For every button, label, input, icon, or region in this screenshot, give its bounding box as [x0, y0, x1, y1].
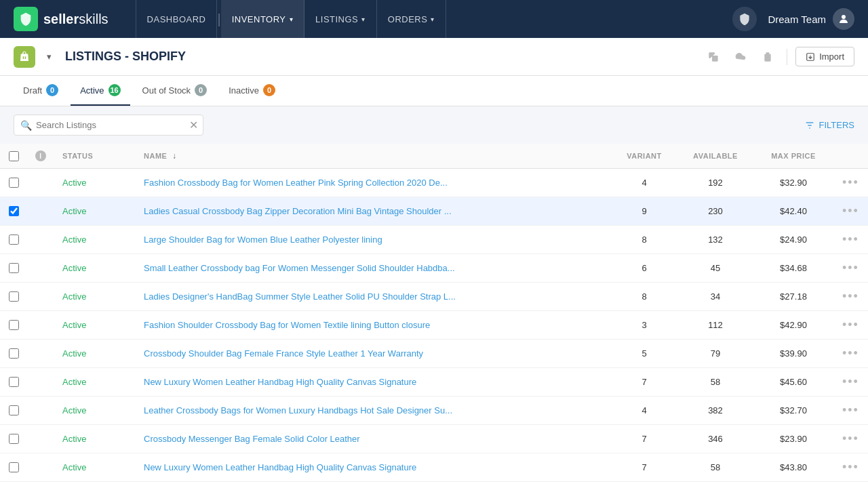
tab-out-of-stock[interactable]: Out of Stock 0 [133, 76, 217, 106]
product-link-5[interactable]: Fashion Shoulder Crossbody Bag for Women… [144, 320, 430, 330]
tab-active[interactable]: Active 16 [71, 76, 130, 106]
logo[interactable]: sellerskills [14, 7, 108, 31]
toolbar-actions: Import [703, 46, 854, 68]
nav-listings[interactable]: LISTINGS ▾ [304, 0, 377, 38]
import-button[interactable]: Import [795, 47, 854, 66]
nav-dashboard[interactable]: DASHBOARD [136, 0, 218, 38]
cell-variant-9: 7 [610, 425, 678, 453]
tab-out-of-stock-label: Out of Stock [142, 85, 191, 96]
row-menu-5[interactable]: ••• [842, 318, 859, 331]
row-checkbox-6[interactable] [9, 348, 19, 359]
row-checkbox-1[interactable] [9, 206, 19, 216]
product-link-4[interactable]: Ladies Designer's HandBag Summer Style L… [144, 291, 456, 302]
status-badge-1: Active [62, 206, 86, 216]
upload-button[interactable] [730, 46, 751, 68]
product-link-1[interactable]: Ladies Casual Crossbody Bag Zipper Decor… [144, 206, 452, 216]
cell-status-6: Active [54, 340, 136, 368]
cell-check-6 [0, 340, 27, 368]
inventory-caret: ▾ [290, 16, 294, 23]
cell-actions-9: ••• [834, 425, 868, 453]
cell-actions-11: ••• [834, 482, 868, 489]
status-badge-3: Active [62, 263, 86, 273]
cell-status-5: Active [54, 311, 136, 340]
product-link-8[interactable]: Leather Crossbody Bags for Women Luxury … [144, 405, 452, 415]
status-badge-9: Active [62, 434, 86, 444]
row-checkbox-4[interactable] [9, 291, 19, 302]
select-all-checkbox[interactable] [9, 151, 19, 161]
toolbar-dropdown-arrow[interactable]: ▾ [41, 49, 57, 65]
cell-status-0: Active [54, 169, 136, 197]
cell-check-0 [0, 169, 27, 197]
cell-actions-1: ••• [834, 197, 868, 226]
cell-available-3: 45 [678, 254, 753, 283]
row-menu-4[interactable]: ••• [842, 289, 859, 303]
row-checkbox-7[interactable] [9, 377, 19, 387]
search-clear-icon[interactable]: ✕ [189, 120, 198, 131]
cell-variant-4: 8 [610, 283, 678, 311]
product-link-6[interactable]: Crossbody Shoulder Bag Female France Sty… [144, 348, 423, 359]
navbar-icon-btn[interactable] [732, 7, 757, 31]
row-menu-3[interactable]: ••• [842, 261, 859, 274]
cell-name-3: Small Leather Crossbody bag For Women Me… [136, 254, 610, 283]
row-menu-8[interactable]: ••• [842, 403, 859, 417]
row-menu-9[interactable]: ••• [842, 432, 859, 445]
row-menu-1[interactable]: ••• [842, 204, 859, 218]
tab-inactive[interactable]: Inactive 0 [219, 76, 285, 106]
cell-name-9: Crossbody Messenger Bag Female Solid Col… [136, 425, 610, 453]
nav-orders[interactable]: ORDERS ▾ [377, 0, 446, 38]
row-checkbox-3[interactable] [9, 263, 19, 273]
cell-check-4 [0, 283, 27, 311]
cell-price-3: $34.68 [753, 254, 834, 283]
nav-inventory[interactable]: INVENTORY ▾ [221, 0, 304, 38]
col-header-info: i [27, 144, 54, 169]
table-header-row: i STATUS NAME ↓ VARIANT AVAILABLE MAX PR… [0, 144, 868, 169]
user-info[interactable]: Dream Team [768, 8, 854, 30]
user-name: Dream Team [768, 14, 826, 25]
cell-price-2: $24.90 [753, 226, 834, 254]
row-menu-10[interactable]: ••• [842, 460, 859, 474]
delete-button[interactable] [757, 46, 778, 68]
cell-check-9 [0, 425, 27, 453]
row-menu-0[interactable]: ••• [842, 176, 859, 189]
cell-info-0 [27, 169, 54, 197]
table-row: Active Leather Crossbody Bags for Women … [0, 396, 868, 425]
row-menu-6[interactable]: ••• [842, 346, 859, 360]
cell-name-7: New Luxury Women Leather Handbag High Qu… [136, 368, 610, 396]
cell-variant-8: 4 [610, 396, 678, 425]
toolbar: ▾ LISTINGS - SHOPIFY [0, 38, 868, 76]
cell-check-1 [0, 197, 27, 226]
header-info-icon[interactable]: i [35, 150, 46, 161]
table-row: Active Large Shoulder Bag for Women Blue… [0, 226, 868, 254]
row-menu-2[interactable]: ••• [842, 232, 859, 246]
tab-draft[interactable]: Draft 0 [14, 76, 68, 106]
product-link-10[interactable]: New Luxury Women Leather Handbag High Qu… [144, 462, 416, 472]
product-link-0[interactable]: Fashion Crossbody Bag for Women Leather … [144, 178, 448, 188]
product-link-9[interactable]: Crossbody Messenger Bag Female Solid Col… [144, 434, 360, 444]
row-checkbox-10[interactable] [9, 462, 19, 472]
copy-button[interactable] [703, 46, 724, 68]
row-checkbox-8[interactable] [9, 405, 19, 415]
toolbar-divider [787, 49, 787, 65]
product-link-2[interactable]: Large Shoulder Bag for Women Blue Leathe… [144, 235, 382, 245]
row-checkbox-9[interactable] [9, 434, 19, 444]
status-badge-7: Active [62, 377, 86, 387]
cell-variant-1: 9 [610, 197, 678, 226]
row-checkbox-5[interactable] [9, 320, 19, 330]
row-menu-7[interactable]: ••• [842, 375, 859, 388]
search-input[interactable] [14, 115, 203, 136]
row-checkbox-2[interactable] [9, 235, 19, 245]
row-checkbox-0[interactable] [9, 178, 19, 188]
product-link-7[interactable]: New Luxury Women Leather Handbag High Qu… [144, 377, 416, 387]
cell-price-11: $36.28 [753, 482, 834, 489]
col-header-name[interactable]: NAME ↓ [136, 144, 610, 169]
col-header-actions [834, 144, 868, 169]
col-header-variant: VARIANT [610, 144, 678, 169]
listings-table: i STATUS NAME ↓ VARIANT AVAILABLE MAX PR… [0, 144, 868, 488]
product-link-3[interactable]: Small Leather Crossbody bag For Women Me… [144, 263, 455, 273]
col-header-check [0, 144, 27, 169]
filters-button[interactable]: FILTERS [804, 120, 855, 131]
shopify-icon [14, 46, 35, 68]
table-row: Active Crossbody Shoulder Bag Female Fra… [0, 340, 868, 368]
status-badge-0: Active [62, 178, 86, 188]
cell-info-8 [27, 396, 54, 425]
